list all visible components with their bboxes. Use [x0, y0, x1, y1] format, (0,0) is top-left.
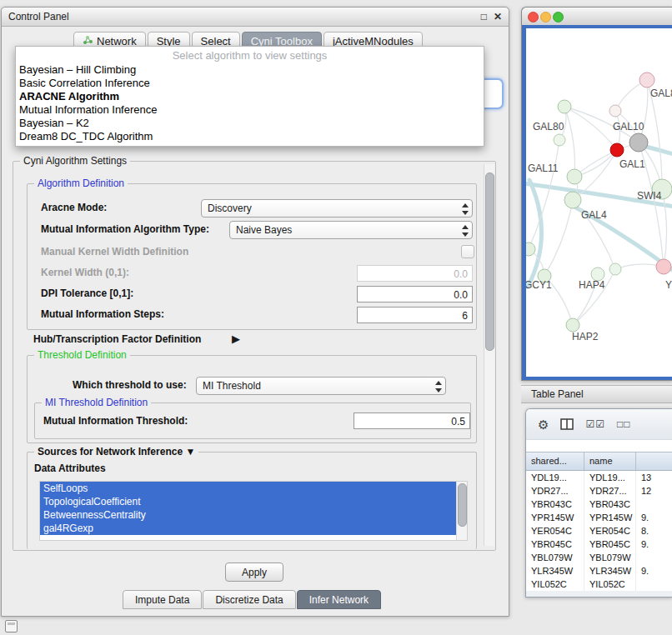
- settings-scrollbar-thumb[interactable]: [485, 172, 494, 351]
- kernel-width-field[interactable]: 0.0: [357, 265, 473, 282]
- attributes-scrollbar-thumb[interactable]: [458, 483, 467, 527]
- mi-type-value: Naive Bayes: [236, 224, 292, 236]
- manual-kernel-label: Manual Kernel Width Definition: [41, 246, 188, 258]
- hub-expand-icon[interactable]: ▶: [232, 332, 240, 345]
- popup-placeholder: Select algorithm to view settings: [16, 48, 484, 63]
- mi-threshold-field[interactable]: 0.5: [354, 412, 470, 429]
- table-column-header-1[interactable]: shared...: [526, 452, 584, 470]
- network-node[interactable]: [566, 318, 579, 332]
- table-cell: YBR045C: [526, 538, 584, 551]
- docked-panel-icon[interactable]: [5, 620, 18, 632]
- table-cell: YIL052C: [584, 578, 636, 591]
- algorithm-option-mutual-information-inference[interactable]: Mutual Information Inference: [16, 103, 484, 117]
- table-panel-header[interactable]: Table Panel: [521, 385, 672, 403]
- which-threshold-combo[interactable]: MI Threshold: [196, 377, 446, 395]
- table-header-row: shared...name: [526, 452, 672, 471]
- select-all-columns-icon[interactable]: ☑☑: [585, 419, 605, 429]
- mi-threshold-group: MI Threshold Definition Mutual Informati…: [34, 402, 471, 439]
- sources-collapse-icon[interactable]: ▼: [185, 446, 195, 458]
- mac-zoom-icon[interactable]: [553, 12, 564, 22]
- bottom-tab-infer-network[interactable]: Infer Network: [297, 590, 381, 609]
- mac-minimize-icon[interactable]: [540, 12, 551, 22]
- table-cell: YBR043C: [526, 498, 584, 511]
- attribute-item-betweennesscentrality[interactable]: BetweennessCentrality: [40, 508, 467, 522]
- network-graph: GAL80GAL10GAL11GAL1SWI4GAL4GCY1HAP4HAP2G…: [526, 28, 672, 376]
- manual-kernel-checkbox[interactable]: [461, 245, 474, 258]
- table-row-ybr043c[interactable]: YBR043CYBR043C: [526, 498, 672, 511]
- mi-threshold-label: Mutual Information Threshold:: [43, 415, 188, 427]
- algorithm-definition-title: Algorithm Definition: [34, 178, 128, 189]
- table-row-yil052c[interactable]: YIL052CYIL052C: [526, 578, 672, 591]
- mi-type-label: Mutual Information Algorithm Type:: [41, 223, 209, 235]
- table-row-ybr045c[interactable]: YBR045CYBR045C9.: [526, 538, 672, 551]
- network-node[interactable]: [526, 242, 535, 256]
- table-cell: YLR345W: [526, 564, 584, 578]
- network-node[interactable]: [639, 72, 654, 88]
- data-attributes-list[interactable]: SelfLoopsTopologicalCoefficientBetweenne…: [39, 481, 468, 541]
- table-row-yer054c[interactable]: YER054CYER054C8.: [526, 524, 672, 538]
- sources-title-text: Sources for Network Inference: [38, 446, 183, 458]
- network-node[interactable]: [609, 105, 621, 117]
- algorithm-option-dream8-dc-tdc-algorithm[interactable]: Dream8 DC_TDC Algorithm: [16, 130, 484, 143]
- attribute-item-gal4rgexp[interactable]: gal4RGexp: [40, 522, 467, 535]
- columns-icon[interactable]: [560, 418, 574, 430]
- network-node-label: GAL10: [613, 121, 644, 132]
- table-row-ydl19[interactable]: YDL19...YDL19...13: [526, 471, 672, 484]
- table-panel-window: ⚙ ☑☑ □□ shared...name YDL19...YDL19...13…: [525, 408, 672, 598]
- dpi-tolerance-label: DPI Tolerance [0,1]:: [41, 288, 133, 299]
- attribute-item-selfloops[interactable]: SelfLoops: [40, 482, 467, 495]
- network-node[interactable]: [656, 259, 671, 274]
- settings-scrollbar[interactable]: [484, 164, 494, 546]
- network-node[interactable]: [609, 263, 621, 275]
- table-column-header-2[interactable]: name: [584, 452, 636, 470]
- sources-title[interactable]: Sources for Network Inference ▼: [34, 446, 198, 458]
- table-spacer: [526, 439, 672, 452]
- aracne-mode-value: Discovery: [208, 202, 252, 214]
- table-column-header-3[interactable]: [636, 452, 672, 470]
- table-row-ydr27[interactable]: YDR27...YDR27...12: [526, 484, 672, 498]
- threshold-definition-group: Threshold Definition Which threshold to …: [27, 355, 477, 443]
- table-cell: YBL079W: [526, 551, 584, 564]
- table-body: YDL19...YDL19...13YDR27...YDR27...12YBR0…: [526, 471, 672, 591]
- deselect-all-columns-icon[interactable]: □□: [617, 419, 631, 429]
- network-edge: [544, 200, 573, 276]
- network-node[interactable]: [629, 133, 648, 152]
- combo-arrows-icon: [461, 225, 468, 237]
- bottom-tab-impute-data[interactable]: Impute Data: [123, 590, 202, 609]
- hub-definition-label[interactable]: Hub/Transcription Factor Definition: [33, 333, 201, 345]
- network-node[interactable]: [554, 134, 565, 146]
- apply-button[interactable]: Apply: [225, 562, 283, 582]
- control-panel-titlebar[interactable]: Control Panel □ ✕: [2, 8, 509, 27]
- mac-close-icon[interactable]: [528, 12, 539, 22]
- algorithm-option-bayesian-hill-climbing[interactable]: Bayesian – Hill Climbing: [16, 63, 484, 77]
- attribute-item-topologicalcoefficient[interactable]: TopologicalCoefficient: [40, 495, 467, 508]
- mi-type-combo[interactable]: Naive Bayes: [229, 221, 473, 239]
- algorithm-option-bayesian-k2[interactable]: Bayesian – K2: [16, 117, 484, 130]
- network-window-titlebar[interactable]: [522, 8, 672, 26]
- table-row-ypr145w[interactable]: YPR145WYPR145W9.: [526, 511, 672, 524]
- algorithm-option-aracne-algorithm[interactable]: ARACNE Algorithm: [16, 90, 484, 103]
- mi-steps-field[interactable]: 6: [357, 307, 473, 323]
- float-window-icon[interactable]: □: [481, 12, 487, 22]
- network-node[interactable]: [558, 100, 571, 113]
- network-node[interactable]: [567, 169, 582, 184]
- data-attributes-label: Data Attributes: [34, 462, 106, 474]
- close-window-icon[interactable]: ✕: [494, 12, 502, 22]
- gear-icon[interactable]: ⚙: [538, 418, 549, 431]
- network-canvas[interactable]: GAL80GAL10GAL11GAL1SWI4GAL4GCY1HAP4HAP2G…: [526, 28, 672, 377]
- table-row-ybl079w[interactable]: YBL079WYBL079W: [526, 551, 672, 564]
- aracne-mode-combo[interactable]: Discovery: [201, 199, 473, 218]
- table-cell: 9.: [636, 511, 672, 524]
- algorithm-definition-group: Algorithm Definition Aracne Mode: Discov…: [27, 183, 477, 330]
- dpi-tolerance-field[interactable]: 0.0: [357, 286, 473, 302]
- attributes-scrollbar[interactable]: [456, 482, 467, 540]
- table-row-ylr345w[interactable]: YLR345WYLR345W9.: [526, 564, 672, 578]
- table-cell: 12: [636, 484, 672, 498]
- network-node[interactable]: [564, 192, 581, 208]
- network-node[interactable]: [610, 143, 624, 157]
- combo-arrows-icon: [434, 381, 441, 392]
- bottom-tab-discretize-data[interactable]: Discretize Data: [203, 590, 295, 609]
- threshold-definition-title: Threshold Definition: [34, 349, 130, 361]
- algorithm-option-basic-correlation-inference[interactable]: Basic Correlation Inference: [16, 77, 484, 90]
- which-threshold-value: MI Threshold: [203, 380, 261, 392]
